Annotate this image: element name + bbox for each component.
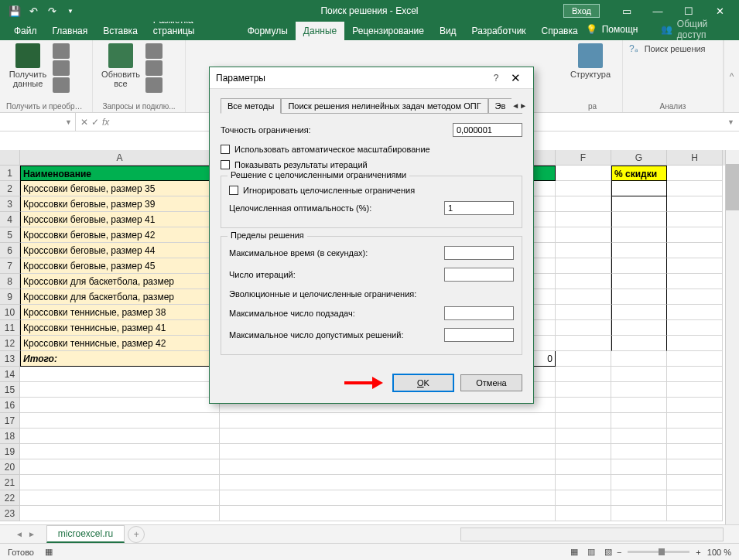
cell[interactable] <box>220 475 556 490</box>
cell[interactable] <box>20 413 220 429</box>
cell[interactable] <box>556 227 611 243</box>
cell[interactable] <box>220 459 556 475</box>
dialog-help-icon[interactable]: ? <box>488 73 504 84</box>
cell[interactable] <box>556 181 611 196</box>
properties-icon[interactable] <box>145 60 163 76</box>
cell[interactable] <box>667 444 723 459</box>
tab-review[interactable]: Рецензирование <box>344 22 432 40</box>
tell-me-label[interactable]: Помощн <box>602 24 638 35</box>
cell[interactable] <box>556 459 611 475</box>
zoom-level[interactable]: 100 % <box>707 548 731 557</box>
zoom-slider[interactable] <box>628 551 689 553</box>
view-page-layout-icon[interactable]: ▥ <box>583 547 600 557</box>
cell[interactable] <box>556 212 611 227</box>
row-header[interactable]: 5 <box>0 227 20 243</box>
cell[interactable] <box>220 490 556 506</box>
cell[interactable] <box>667 289 723 305</box>
cell[interactable] <box>556 444 611 459</box>
cell[interactable] <box>611 429 667 444</box>
tab-developer[interactable]: Разработчик <box>464 22 534 40</box>
minimize-icon[interactable]: — <box>642 0 673 22</box>
cell[interactable] <box>611 398 667 413</box>
cell[interactable] <box>667 258 723 274</box>
cell[interactable] <box>556 305 611 320</box>
cell[interactable] <box>667 429 723 444</box>
cell[interactable] <box>220 444 556 459</box>
cell[interactable] <box>611 351 667 367</box>
cell[interactable] <box>667 506 723 521</box>
row-header[interactable]: 2 <box>0 181 20 196</box>
cell[interactable] <box>611 274 667 289</box>
row-header[interactable]: 9 <box>0 289 20 305</box>
cell[interactable] <box>556 351 611 367</box>
cell[interactable] <box>611 444 667 459</box>
cell[interactable] <box>611 289 667 305</box>
cell[interactable] <box>667 227 723 243</box>
integer-optimality-input[interactable] <box>444 201 514 215</box>
ribbon-options-icon[interactable]: ▭ <box>611 0 642 22</box>
fx-icon[interactable]: fx <box>102 117 109 128</box>
cell[interactable] <box>556 413 611 429</box>
cell[interactable] <box>20 459 220 475</box>
auto-scaling-checkbox[interactable]: Использовать автоматическое масштабирова… <box>221 145 522 154</box>
row-header[interactable]: 1 <box>0 166 20 181</box>
qat-dropdown-icon[interactable]: ▼ <box>62 2 79 19</box>
tab-file[interactable]: Файл <box>6 22 45 40</box>
row-header[interactable]: 3 <box>0 196 20 212</box>
max-subproblems-input[interactable] <box>444 306 514 320</box>
cell[interactable]: Кроссовки теннисные, размер 42 <box>20 336 220 351</box>
collapse-ribbon-icon[interactable]: ^ <box>724 40 739 112</box>
constraint-precision-input[interactable] <box>453 123 522 137</box>
enter-formula-icon[interactable]: ✓ <box>91 117 99 128</box>
undo-icon[interactable]: ↶ <box>25 2 42 19</box>
cell[interactable] <box>556 429 611 444</box>
col-f[interactable]: F <box>556 150 611 166</box>
row-header[interactable]: 14 <box>0 367 20 382</box>
row-header[interactable]: 19 <box>0 444 20 459</box>
row-header[interactable]: 6 <box>0 243 20 258</box>
expand-formula-icon[interactable]: ▼ <box>723 118 739 126</box>
cell[interactable] <box>20 475 220 490</box>
max-time-input[interactable] <box>444 246 514 260</box>
cell[interactable] <box>20 490 220 506</box>
cell[interactable] <box>556 258 611 274</box>
cell[interactable] <box>556 320 611 336</box>
cell[interactable] <box>667 166 723 181</box>
from-web-icon[interactable] <box>53 60 70 76</box>
select-all-corner[interactable] <box>0 150 20 166</box>
row-headers[interactable]: 1234567891011121314151617181920212223 <box>0 166 20 521</box>
row-header[interactable]: 20 <box>0 459 20 475</box>
refresh-all-button[interactable]: Обновить все <box>99 43 142 88</box>
login-button[interactable]: Вход <box>563 4 600 18</box>
col-g[interactable]: G <box>611 150 667 166</box>
cell[interactable] <box>667 196 723 212</box>
cell[interactable]: Кроссовки беговые, размер 42 <box>20 227 220 243</box>
col-h[interactable]: H <box>667 150 723 166</box>
tab-view[interactable]: Вид <box>432 22 464 40</box>
cell[interactable]: Кроссовки теннисные, размер 41 <box>20 320 220 336</box>
solver-button[interactable]: Поиск решения <box>645 44 706 53</box>
cell[interactable] <box>556 490 611 506</box>
cell[interactable] <box>556 336 611 351</box>
cell[interactable]: Кроссовки для баскетбола, размер <box>20 274 220 289</box>
ignore-integer-checkbox[interactable]: Игнорировать целочисленные ограничения <box>229 186 514 195</box>
redo-icon[interactable]: ↷ <box>43 2 60 19</box>
row-header[interactable]: 10 <box>0 305 20 320</box>
tab-data[interactable]: Данные <box>296 22 344 40</box>
cell[interactable] <box>611 490 667 506</box>
row-header[interactable]: 22 <box>0 490 20 506</box>
outline-button[interactable]: Структура <box>569 43 612 79</box>
tab-grg-nonlinear[interactable]: Поиск решения нелинейных задач методом О… <box>281 98 488 114</box>
cell[interactable] <box>611 258 667 274</box>
row-header[interactable]: 21 <box>0 475 20 490</box>
share-icon[interactable]: 👥 <box>661 24 672 35</box>
cell[interactable]: Кроссовки беговые, размер 44 <box>20 243 220 258</box>
cell[interactable] <box>667 398 723 413</box>
row-header[interactable]: 4 <box>0 212 20 227</box>
cell[interactable] <box>20 382 220 398</box>
row-header[interactable]: 12 <box>0 336 20 351</box>
row-header[interactable]: 23 <box>0 506 20 521</box>
cell[interactable] <box>667 181 723 196</box>
row-header[interactable]: 16 <box>0 398 20 413</box>
cell[interactable] <box>220 413 556 429</box>
